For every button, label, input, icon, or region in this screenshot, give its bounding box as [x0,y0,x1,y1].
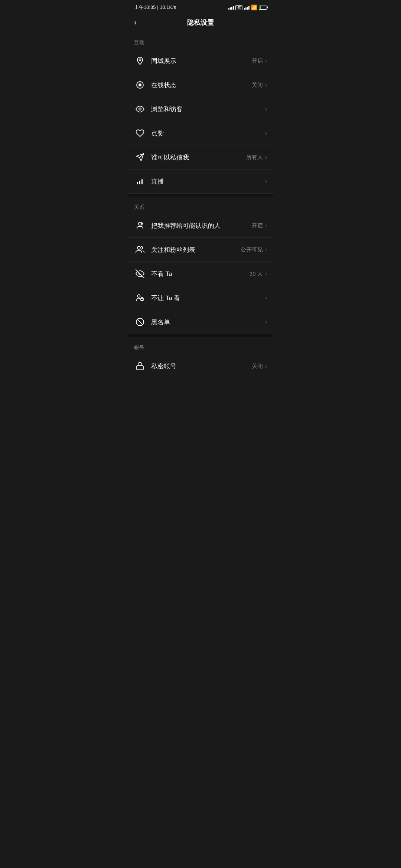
divider-2 [128,334,273,337]
menu-item-blacklist[interactable]: 黑名单 › [128,310,273,334]
svg-rect-6 [139,181,140,184]
menu-value-not-see: 30 人 [250,270,263,277]
arrow-icon-recommend: › [265,222,267,229]
page-title: 隐私设置 [187,18,214,27]
menu-item-browse-visitor[interactable]: 浏览和访客 › [128,97,273,121]
svg-point-2 [139,108,141,110]
lock-person-icon [134,292,146,304]
arrow-icon-private-account: › [265,363,267,369]
menu-text-online-status: 在线状态 [151,81,252,89]
arrow-icon-who-dm: › [265,154,267,161]
back-button[interactable]: ‹ [134,19,137,27]
menu-text-blacklist: 黑名单 [151,318,263,326]
lock-icon [134,360,146,372]
arrow-icon-likes: › [265,130,267,137]
divider-1 [128,194,273,197]
arrow-icon-not-let-see: › [265,295,267,301]
menu-text-live: 直播 [151,177,263,186]
svg-rect-5 [137,182,138,184]
menu-item-online-status[interactable]: 在线状态 关闭 › [128,73,273,97]
eye-icon [134,103,146,115]
live-icon [134,175,146,187]
header: ‹ 隐私设置 [128,13,273,32]
status-time: 上午10:35 | 10.1K/s [134,4,176,11]
block-icon [134,316,146,328]
section-label-account: 帐号 [128,337,273,354]
menu-item-local-display[interactable]: 同城展示 开启 › [128,49,273,73]
section-label-relationship: 关系 [128,197,273,214]
menu-item-who-dm[interactable]: 谁可以私信我 所有人 › [128,145,273,170]
arrow-icon-follow-list: › [265,246,267,253]
svg-point-1 [138,83,141,86]
menu-value-private-account: 关闭 [252,363,263,370]
menu-item-not-see[interactable]: 不看 Ta 30 人 › [128,262,273,286]
svg-point-11 [138,295,140,297]
arrow-icon-live: › [265,178,267,185]
menu-value-who-dm: 所有人 [246,154,263,161]
svg-point-9 [137,246,140,249]
menu-text-not-see: 不看 Ta [151,270,250,278]
menu-value-online-status: 关闭 [252,82,263,89]
menu-item-likes[interactable]: 点赞 › [128,121,273,145]
menu-item-live[interactable]: 直播 › [128,170,273,194]
svg-point-8 [138,222,141,225]
menu-text-recommend: 把我推荐给可能认识的人 [151,221,252,230]
menu-text-not-let-see: 不让 Ta 看 [151,294,263,302]
menu-text-local-display: 同城展示 [151,57,252,65]
menu-text-private-account: 私密帐号 [151,362,252,371]
svg-line-14 [137,319,143,325]
menu-value-follow-list: 公开可见 [241,246,263,253]
status-bar: 上午10:35 | 10.1K/s HD 📶 [128,0,273,13]
status-icons: HD 📶 [228,4,267,10]
arrow-icon-local-display: › [265,57,267,64]
battery-icon [259,6,267,10]
arrow-icon-browse-visitor: › [265,106,267,112]
menu-text-likes: 点赞 [151,129,263,138]
menu-item-not-let-see[interactable]: 不让 Ta 看 › [128,286,273,310]
online-icon [134,79,146,91]
menu-value-recommend: 开启 [252,222,263,229]
menu-item-private-account[interactable]: 私密帐号 关闭 › [128,354,273,378]
menu-item-follow-list[interactable]: 关注和粉丝列表 公开可见 › [128,238,273,262]
menu-text-browse-visitor: 浏览和访客 [151,105,263,114]
section-label-interaction: 互动 [128,32,273,49]
follow-icon [134,244,146,256]
hd-badge: HD [235,5,242,10]
wifi-icon: 📶 [251,4,257,10]
no-eye-icon [134,268,146,280]
signal-icon [228,5,234,10]
arrow-icon-blacklist: › [265,319,267,325]
menu-value-local-display: 开启 [252,57,263,65]
signal-icon-2 [244,5,250,10]
heart-icon [134,127,146,139]
arrow-icon-not-see: › [265,270,267,277]
arrow-icon-online-status: › [265,82,267,88]
svg-rect-12 [141,298,143,300]
menu-text-who-dm: 谁可以私信我 [151,153,246,162]
recommend-icon [134,220,146,231]
svg-rect-7 [141,179,143,184]
location-icon [134,55,146,67]
menu-item-recommend[interactable]: 把我推荐给可能认识的人 开启 › [128,214,273,238]
svg-rect-15 [137,366,143,370]
message-icon [134,151,146,163]
menu-text-follow-list: 关注和粉丝列表 [151,246,241,254]
